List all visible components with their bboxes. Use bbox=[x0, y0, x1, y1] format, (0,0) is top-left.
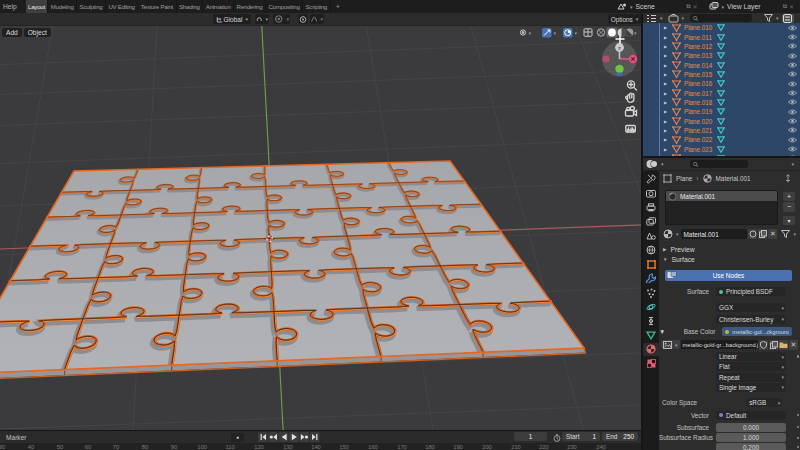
svg-text:▾: ▾ bbox=[634, 30, 637, 36]
svg-text:▾: ▾ bbox=[529, 30, 532, 36]
svg-text:▾: ▾ bbox=[575, 30, 578, 36]
svg-text:▾: ▾ bbox=[554, 30, 557, 36]
svg-text:z: z bbox=[618, 45, 621, 51]
